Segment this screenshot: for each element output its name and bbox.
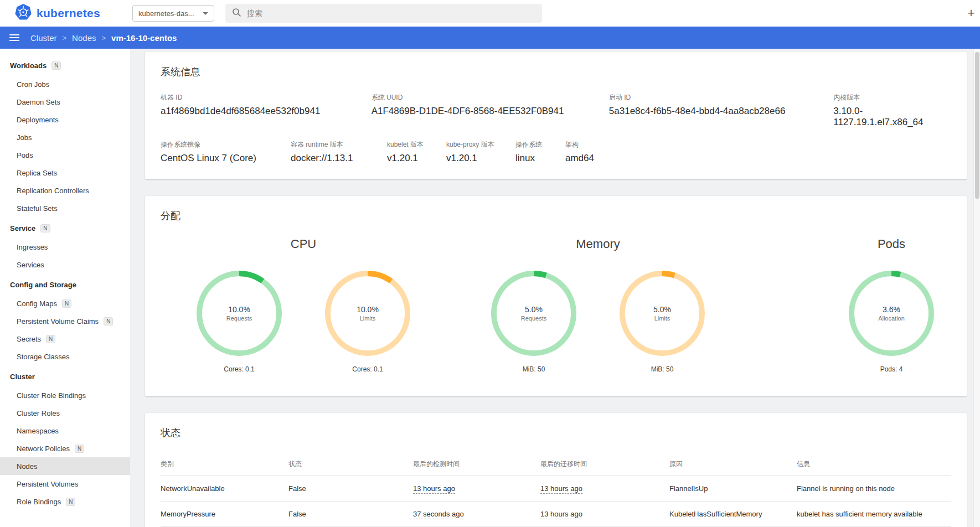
item-label: Namespaces	[17, 427, 59, 435]
namespaced-badge: N	[51, 61, 61, 70]
search-bar[interactable]	[225, 4, 542, 23]
sidebar-item-namespaces[interactable]: Namespaces	[0, 422, 130, 440]
app-bar: Cluster > Nodes > vm-16-10-centos	[0, 27, 980, 49]
sidebar-section-workloads[interactable]: Workloads N	[0, 55, 130, 75]
brand-title: kubernetes	[37, 7, 100, 20]
chevron-down-icon	[203, 12, 208, 15]
field-label: 启动 ID	[609, 93, 833, 102]
breadcrumb-separator: >	[101, 34, 106, 42]
sidebar-item-services[interactable]: Services	[0, 256, 130, 273]
donut-label: Requests	[521, 315, 546, 322]
sidebar-item-stateful-sets[interactable]: Stateful Sets	[0, 199, 130, 217]
donut-label: Allocation	[878, 315, 905, 322]
page-scrollbar[interactable]	[973, 49, 980, 527]
allocation-title: 分配	[161, 209, 951, 223]
col-header-last-heartbeat: 最后的检测时间	[413, 454, 540, 476]
breadcrumb-separator: >	[63, 34, 67, 42]
namespaced-badge: N	[46, 335, 55, 343]
field-value: A1F4869B-D1DE-4DF6-8568-4EE532F0B941	[372, 106, 609, 117]
field-label: 架构	[565, 140, 594, 149]
search-input[interactable]	[247, 9, 513, 18]
field-label: 容器 runtime 版本	[291, 140, 387, 149]
create-plus-icon[interactable]: +	[963, 6, 979, 21]
cpu-requests-donut: 10.0% Requests Cores: 0.1	[195, 269, 283, 373]
table-row: NetworkUnavailable False 13 hours ago 13…	[161, 476, 951, 502]
donut-percent: 10.0%	[357, 305, 379, 314]
breadcrumb-cluster[interactable]: Cluster	[30, 33, 57, 43]
sidebar-item-config-maps[interactable]: Config MapsN	[0, 294, 130, 312]
item-label: Cluster Roles	[17, 409, 60, 417]
cpu-allocation-group: CPU 10.0% Requests	[195, 237, 412, 373]
col-header-last-transition: 最后的迁移时间	[540, 454, 669, 476]
col-header-status: 状态	[288, 454, 413, 476]
condition-type: MemoryPressure	[161, 502, 288, 527]
transition-time-link[interactable]: 13 hours ago	[540, 510, 582, 519]
page-title: vm-16-10-centos	[111, 33, 177, 43]
item-label: Storage Classes	[17, 353, 69, 361]
item-label: Secrets	[17, 335, 41, 343]
scrollbar-thumb[interactable]	[975, 52, 979, 199]
heartbeat-time-link[interactable]: 13 hours ago	[413, 484, 455, 494]
sidebar-item-replication-controllers[interactable]: Replication Controllers	[0, 182, 130, 199]
sidebar-item-secrets[interactable]: SecretsN	[0, 330, 130, 348]
item-label: Ingresses	[17, 243, 48, 251]
allocation-card: 分配 CPU 10.0%	[145, 196, 967, 396]
sidebar-item-nodes[interactable]: Nodes	[0, 457, 130, 475]
sidebar-item-role-bindings[interactable]: Role BindingsN	[0, 493, 130, 510]
item-label: Config Maps	[17, 299, 57, 308]
conditions-card: 状态 类别 状态 最后的检测时间 最后的迁移时间 原因 信息	[145, 413, 967, 527]
sidebar-item-cluster-role-bindings[interactable]: Cluster Role Bindings	[0, 386, 130, 404]
sidebar-item-network-policies[interactable]: Network PoliciesN	[0, 440, 130, 457]
operating-system-field: 操作系统 linux	[515, 140, 565, 164]
sidebar-item-cron-jobs[interactable]: Cron Jobs	[0, 75, 130, 93]
kernel-version-field: 内核版本 3.10.0-1127.19.1.el7.x86_64	[833, 93, 951, 128]
sidebar-item-storage-classes[interactable]: Storage Classes	[0, 348, 130, 365]
pods-group-title: Pods	[847, 237, 936, 251]
sidebar-item-persistent-volumes[interactable]: Persistent Volumes	[0, 475, 130, 493]
sidebar-item-daemon-sets[interactable]: Daemon Sets	[0, 93, 130, 111]
donut-percent: 5.0%	[653, 305, 671, 314]
col-header-reason: 原因	[669, 454, 797, 476]
section-label: Service	[10, 224, 35, 232]
sidebar-item-ingresses[interactable]: Ingresses	[0, 238, 130, 256]
sidebar-item-persistent-volume-claims[interactable]: Persistent Volume ClaimsN	[0, 312, 130, 330]
sidebar-section-service[interactable]: Service N	[0, 218, 130, 238]
kubernetes-logo-icon	[14, 3, 32, 23]
top-bar: kubernetes kubernetes-das... +	[0, 0, 980, 27]
item-label: Persistent Volume Claims	[17, 317, 99, 326]
namespaced-badge: N	[75, 445, 84, 453]
brand: kubernetes	[14, 3, 100, 23]
sidebar-item-deployments[interactable]: Deployments	[0, 111, 130, 128]
breadcrumb: Cluster > Nodes > vm-16-10-centos	[30, 33, 177, 43]
item-label: Replica Sets	[17, 169, 57, 177]
field-label: 操作系统镜像	[161, 140, 291, 149]
pods-allocation-group: Pods 3.6% Allocation	[847, 237, 936, 373]
item-label: Persistent Volumes	[17, 480, 78, 488]
system-info-title: 系统信息	[161, 65, 951, 79]
namespaced-badge: N	[40, 224, 50, 232]
donut-footer: Cores: 0.1	[195, 365, 283, 373]
kube-proxy-version-field: kube-proxy 版本 v1.20.1	[446, 140, 515, 164]
item-label: Stateful Sets	[17, 204, 58, 213]
sidebar-item-cluster-roles[interactable]: Cluster Roles	[0, 404, 130, 422]
transition-time-link[interactable]: 13 hours ago	[540, 484, 582, 494]
sidebar-item-pods[interactable]: Pods	[0, 146, 130, 164]
field-value: 3.10.0-1127.19.1.el7.x86_64	[833, 106, 951, 128]
kubelet-version-field: kubelet 版本 v1.20.1	[387, 140, 446, 164]
col-header-message: 信息	[797, 454, 951, 476]
donut-percent: 10.0%	[228, 305, 250, 314]
field-value: 5a31e8c4-f6b5-48e4-bbd4-4aa8acb28e66	[609, 106, 833, 117]
sidebar-section-cluster: Cluster	[0, 366, 130, 386]
field-value: CentOS Linux 7 (Core)	[161, 153, 291, 164]
menu-hamburger-icon[interactable]	[9, 33, 19, 43]
heartbeat-time-link[interactable]: 37 seconds ago	[413, 510, 464, 519]
namespace-selector[interactable]: kubernetes-das...	[132, 5, 214, 22]
field-label: kube-proxy 版本	[446, 140, 515, 149]
sidebar-item-jobs[interactable]: Jobs	[0, 128, 130, 146]
sidebar-item-replica-sets[interactable]: Replica Sets	[0, 164, 130, 182]
os-image-field: 操作系统镜像 CentOS Linux 7 (Core)	[161, 140, 291, 164]
breadcrumb-nodes[interactable]: Nodes	[72, 33, 96, 43]
machine-id-field: 机器 ID a1f4869bd1de4df685684ee532f0b941	[161, 93, 372, 128]
item-label: Deployments	[17, 116, 59, 124]
sidebar: Workloads N Cron Jobs Daemon Sets Deploy…	[0, 49, 130, 527]
